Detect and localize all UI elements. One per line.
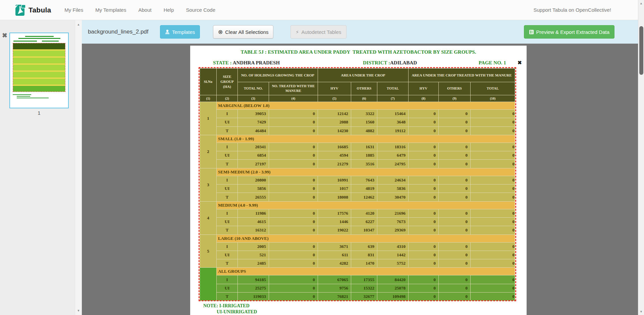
mini-group-rows: [13, 79, 65, 85]
nav-links: My Files My Templates About Help Source …: [64, 7, 215, 13]
thumb-note-line: [17, 96, 30, 97]
doc-notes: NOTE: I-IRRIGATED UI-UNIRRIGATED: [203, 303, 257, 315]
sidebar-scrollbar[interactable]: ▲ ▼: [75, 20, 82, 315]
autodetect-tables-button[interactable]: ⚡︎ Autodetect Tables: [290, 25, 346, 39]
nav-help[interactable]: Help: [164, 7, 174, 13]
scrollbar-thumb[interactable]: [639, 26, 643, 75]
thumb-note-line: [17, 98, 49, 98]
brand-name: Tabula: [29, 6, 51, 14]
filename-label: background_lines_2.pdf: [88, 20, 149, 44]
note-line: UI-UNIRRIGATED: [203, 309, 257, 315]
thumb-note-line: [13, 94, 31, 95]
selection-close-icon[interactable]: ✖: [518, 60, 522, 66]
table-selection-box[interactable]: [199, 67, 516, 301]
toolbar: background_lines_2.pdf Templates ⊗ Clear…: [82, 20, 638, 44]
mini-group-rows: [13, 86, 65, 92]
page-number-label: 1: [9, 110, 69, 116]
pdf-page[interactable]: TABLE 5J : ESTIMATED AREA UNDER PADDY TR…: [190, 46, 527, 315]
export-table-icon: [529, 30, 534, 35]
clear-icon: ⊗: [218, 29, 223, 35]
preview-export-button[interactable]: Preview & Export Extracted Data: [524, 25, 614, 39]
thumb-text-line: [13, 41, 37, 42]
nav-about[interactable]: About: [138, 7, 151, 13]
scroll-up-icon[interactable]: ▲: [638, 2, 644, 5]
scroll-down-icon[interactable]: ▼: [75, 309, 82, 312]
district-field: DISTRICT :ADILABAD: [363, 60, 417, 66]
lock-icon: [21, 4, 25, 8]
thumbnail-mini-table: [13, 43, 65, 92]
page-thumbnail[interactable]: [9, 33, 69, 108]
thumb-text-line: [42, 41, 59, 42]
mini-group-rows: [13, 58, 65, 63]
state-field: STATE : ANDHRA PRADESH: [213, 60, 280, 66]
mini-group-rows: [13, 65, 65, 70]
sidebar-thumbnails: ✖ 1: [0, 20, 75, 315]
page-no-field: PAGE NO. 1: [479, 60, 506, 66]
lightning-icon: ⚡︎: [296, 30, 299, 35]
mini-group-rows: [13, 72, 65, 77]
window-scrollbar[interactable]: ▲ ▼: [638, 0, 644, 315]
remove-file-icon[interactable]: ✖: [2, 32, 7, 39]
nav-source-code[interactable]: Source Code: [186, 7, 216, 13]
scroll-up-icon[interactable]: ▲: [75, 23, 82, 26]
note-line: NOTE: I-IRRIGATED: [203, 303, 257, 309]
templates-button[interactable]: Templates: [160, 25, 200, 39]
document-workspace: TABLE 5J : ESTIMATED AREA UNDER PADDY TR…: [82, 44, 638, 315]
navbar: Tabula My Files My Templates About Help …: [0, 0, 644, 20]
nav-my-templates[interactable]: My Templates: [95, 7, 126, 13]
support-link[interactable]: Support Tabula on OpenCollective!: [533, 7, 611, 13]
nav-my-files[interactable]: My Files: [64, 7, 83, 13]
scroll-down-icon[interactable]: ▼: [638, 310, 644, 313]
thumb-title-line: [25, 36, 54, 37]
mini-table-header: [13, 43, 65, 49]
mini-group-rows: [13, 51, 65, 56]
templates-icon: [165, 30, 170, 34]
brand[interactable]: Tabula: [15, 3, 51, 16]
tabula-logo-icon: [15, 3, 26, 16]
doc-title: TABLE 5J : ESTIMATED AREA UNDER PADDY TR…: [190, 49, 527, 55]
clear-selections-button[interactable]: ⊗ Clear All Selections: [213, 25, 273, 39]
thumb-title-line: [18, 38, 60, 39]
